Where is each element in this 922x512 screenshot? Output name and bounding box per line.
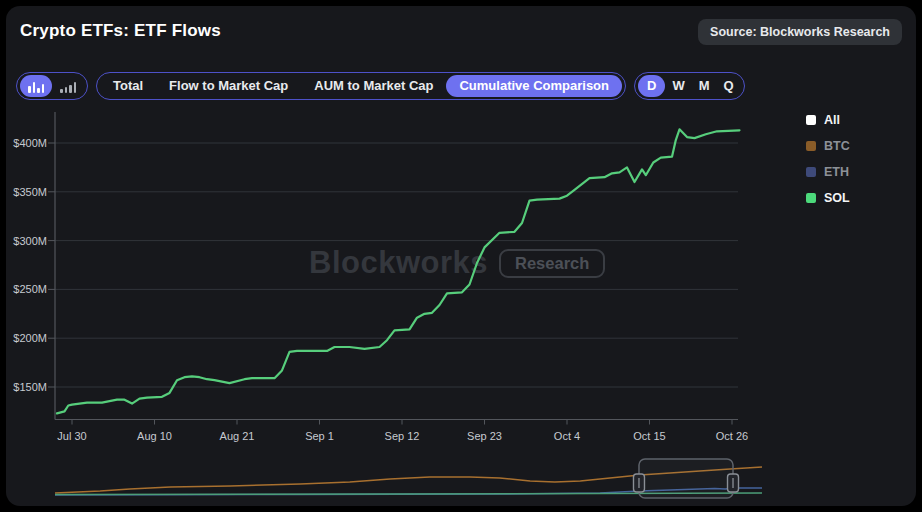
x-axis-label: Sep 12 <box>385 430 420 442</box>
x-axis-label: Aug 21 <box>220 430 255 442</box>
x-axis-label: Jul 30 <box>57 430 86 442</box>
x-axis-label: Oct 4 <box>554 430 580 442</box>
y-axis-label: $300M <box>13 235 47 247</box>
x-axis-label: Aug 10 <box>137 430 172 442</box>
series-line-sol <box>57 129 740 413</box>
chart-canvas: $400M$350M$300M$250M$200M$150MJul 30Aug … <box>0 0 922 512</box>
x-axis-label: Sep 23 <box>467 430 502 442</box>
navigator-brush[interactable] <box>639 459 733 498</box>
x-axis-label: Oct 26 <box>716 430 748 442</box>
x-axis-label: Oct 15 <box>633 430 665 442</box>
y-axis-label: $350M <box>13 186 47 198</box>
y-axis-label: $150M <box>13 381 47 393</box>
y-axis-label: $200M <box>13 332 47 344</box>
x-axis-label: Sep 1 <box>305 430 334 442</box>
y-axis-label: $400M <box>13 137 47 149</box>
y-axis-label: $250M <box>13 283 47 295</box>
